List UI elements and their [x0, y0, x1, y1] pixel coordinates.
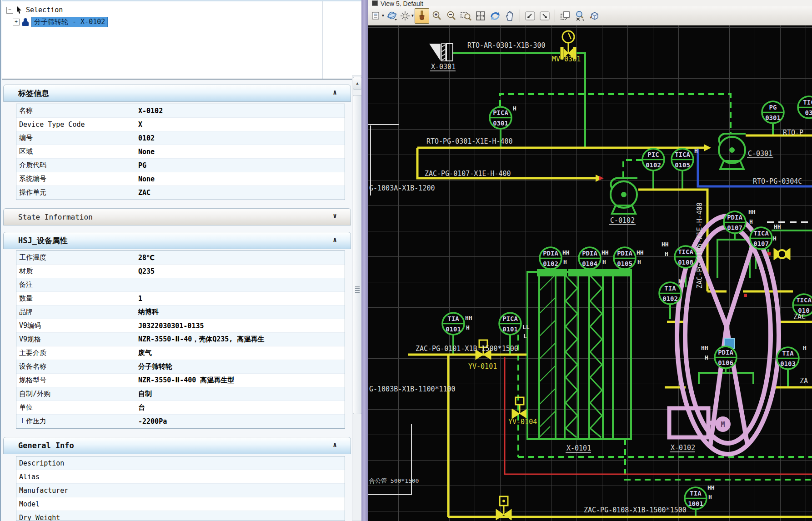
valve-label-YV-0104: YV-0104	[508, 418, 537, 426]
instrument-PDIA-0105[interactable]: PDIA 0105	[614, 247, 636, 269]
view-list-icon[interactable]: ▼	[371, 9, 385, 23]
property-row[interactable]: 品牌纳博科	[16, 306, 345, 319]
svg-text:H: H	[637, 259, 641, 266]
property-row[interactable]: 介质代码PG	[16, 159, 345, 172]
svg-text:0301: 0301	[493, 120, 508, 127]
instrument-PICA-0101[interactable]: PICA 0101	[499, 313, 521, 335]
property-row[interactable]: V9规格NZR-3550-Ⅱ-40，壳体Q235, 高温再生	[16, 333, 345, 346]
property-row[interactable]: Model	[16, 497, 345, 511]
instrument-PICA-0301[interactable]: PICA 0301	[490, 107, 511, 129]
property-row[interactable]: 材质Q235	[16, 265, 345, 278]
instrument-TICA-0108[interactable]: TICA 0108	[675, 246, 697, 268]
collapse-chevron-icon[interactable]: ∧	[333, 235, 337, 244]
svg-text:H: H	[708, 494, 712, 501]
property-row[interactable]: 工作温度28℃	[16, 251, 345, 265]
svg-text:0107: 0107	[727, 224, 742, 231]
property-row[interactable]: Manufacturer	[16, 484, 345, 497]
svg-text:H: H	[749, 218, 753, 225]
equipment-X-0101[interactable]	[527, 270, 631, 439]
svg-text:HH: HH	[707, 484, 715, 491]
expand-chevron-icon[interactable]: ∨	[333, 212, 337, 220]
view-next-icon[interactable]	[538, 9, 551, 23]
render-sun-icon[interactable]: ▼	[400, 9, 414, 23]
pipe-label: ZAC-PG-0101-X1B-1500*1500	[416, 345, 518, 353]
paint-select-icon[interactable]	[415, 8, 429, 24]
collapse-chevron-icon[interactable]: ∧	[333, 88, 337, 96]
property-row[interactable]: 名称X-0102	[16, 104, 345, 118]
property-row[interactable]: 数量1	[16, 292, 345, 306]
zoom-out-icon[interactable]	[445, 9, 458, 23]
equipment-C-0301[interactable]	[719, 134, 746, 169]
property-row[interactable]: Alias	[16, 470, 345, 484]
scrollbar-thumb[interactable]	[353, 95, 362, 414]
instrument-TIA-1001[interactable]: TIA 1001	[685, 487, 707, 509]
tree-collapse-icon[interactable]: −	[6, 7, 13, 14]
property-row[interactable]: 编号0102	[16, 131, 345, 145]
collapse-chevron-icon[interactable]: ∧	[333, 441, 337, 449]
instrument-PDIA-0104[interactable]: PDIA 0104	[579, 247, 601, 269]
view-previous-icon[interactable]	[523, 9, 537, 23]
property-row[interactable]: V9编码J0322030301-0135	[16, 319, 345, 333]
svg-text:HH: HH	[662, 241, 669, 248]
panel-splitter[interactable]	[361, 0, 368, 521]
svg-text:TIC: TIC	[803, 99, 812, 106]
instrument-TIC-03[interactable]: TIC 03	[798, 96, 812, 118]
general-info-table: Description Alias Manufacturer Model Dry…	[16, 456, 345, 521]
instrument-PDIA-0106[interactable]: PDIA 0106	[715, 346, 737, 368]
pid-canvas[interactable]: M PICA 0301 H PG 0301	[368, 25, 812, 521]
property-row[interactable]: 设备名称分子筛转轮	[16, 360, 345, 374]
valve-YV-0104[interactable]	[512, 397, 527, 419]
property-row[interactable]: 系统编号None	[16, 172, 345, 186]
property-row[interactable]: 规格型号NZR-3550-Ⅱ-400 高温再生型	[16, 374, 345, 387]
tree-node-x0102[interactable]: + 分子筛转轮 - X-0102	[13, 17, 108, 27]
section-header-hsj[interactable]: HSJ_设备属性 ∧	[3, 232, 351, 249]
svg-text:HH: HH	[701, 345, 708, 351]
valve-control-right[interactable]	[774, 248, 790, 260]
section-header-state-info[interactable]: State Information ∨	[3, 208, 351, 225]
zoom-window-icon[interactable]	[459, 9, 473, 23]
instrument-PDIA-0102[interactable]: PDIA 0102	[540, 247, 561, 269]
property-row[interactable]: 操作单元ZAC	[16, 186, 345, 200]
scroll-up-icon[interactable]: ▲	[353, 77, 362, 90]
svg-text:TICA: TICA	[796, 296, 812, 304]
svg-text:PDIA: PDIA	[617, 250, 632, 257]
zoom-section-icon[interactable]	[573, 9, 586, 23]
instrument-TIA-0101[interactable]: TIA 0101	[442, 313, 464, 335]
equipment-C-0102[interactable]	[611, 178, 637, 214]
instrument-TICA-0105[interactable]: TICA 0105	[672, 149, 693, 170]
svg-text:H: H	[466, 324, 470, 331]
instrument-PG-0301[interactable]: PG 0301	[762, 101, 784, 123]
instrument-PDIA-0107[interactable]: PDIA 0107	[724, 211, 746, 233]
orbit-sphere-icon[interactable]	[386, 9, 399, 23]
property-row[interactable]: 自制/外购自制	[16, 387, 345, 401]
instrument-TICA-0107[interactable]: TICA 0107	[750, 227, 772, 249]
svg-text:H: H	[678, 278, 682, 285]
equipment-X-0301[interactable]	[429, 44, 453, 61]
property-row[interactable]: 工作压力-2200Pa	[16, 415, 345, 428]
isolate-box-icon[interactable]	[587, 9, 601, 23]
property-row[interactable]: Dry Weight	[16, 511, 345, 521]
property-row[interactable]: 区域None	[16, 145, 345, 159]
zoom-extents-icon[interactable]	[474, 9, 487, 23]
pipe-label: ZAC-PG-0108-X1B-1500*1500	[584, 506, 687, 514]
pipe-label: RTO-AR-0301-X1B-300	[467, 41, 546, 50]
instrument-TIA-0103[interactable]: TIA 0103	[777, 347, 799, 369]
svg-text:H: H	[694, 147, 698, 154]
instrument-PIC-0102[interactable]: PIC 0102	[642, 149, 664, 170]
pan-hand-icon[interactable]	[503, 9, 516, 23]
section-header-general-info[interactable]: General Info ∧	[3, 437, 351, 454]
sidebar-scrollbar[interactable]: ▲	[352, 75, 362, 521]
property-row[interactable]: 备注	[16, 278, 345, 292]
viewport-copy-icon[interactable]	[558, 9, 572, 23]
property-row[interactable]: 单位台	[16, 401, 345, 415]
orbit-icon[interactable]	[488, 9, 502, 23]
instrument-TIA-0102[interactable]: TIA 0102	[659, 282, 681, 304]
tree-root-selection[interactable]: − Selection	[6, 5, 63, 15]
svg-text:03: 03	[805, 109, 812, 116]
property-row[interactable]: 主要介质废气	[16, 346, 345, 360]
section-header-tag-info[interactable]: 标签信息 ∧	[3, 85, 351, 102]
property-row[interactable]: Device Type CodeX	[16, 118, 345, 131]
tree-expand-icon[interactable]: +	[13, 19, 20, 25]
property-row[interactable]: Description	[16, 456, 345, 470]
zoom-in-icon[interactable]	[430, 9, 444, 23]
